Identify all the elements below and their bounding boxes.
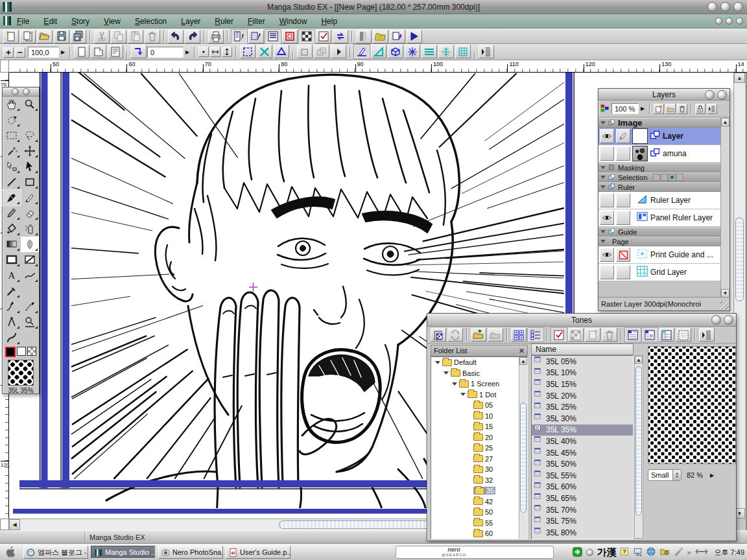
- snap-setsquare-button[interactable]: [371, 45, 386, 58]
- delete-layer-button[interactable]: [677, 104, 687, 114]
- custom-tools-button[interactable]: [390, 30, 405, 43]
- list-scroll-up[interactable]: ▲: [635, 356, 643, 364]
- paste-button[interactable]: [128, 30, 143, 43]
- view-mode-2-button[interactable]: [642, 328, 658, 342]
- tone-item-35l-85-[interactable]: 35L 85%: [532, 539, 633, 540]
- help-tray-icon[interactable]: ?: [619, 546, 630, 558]
- snap-symmetry-button[interactable]: [405, 45, 420, 58]
- jump-page-button[interactable]: [131, 45, 147, 58]
- layer-section-masking[interactable]: Masking: [599, 163, 722, 172]
- tree-folder-05[interactable]: 05: [431, 400, 527, 411]
- mdi-close-button[interactable]: [736, 18, 743, 25]
- network-tray-icon[interactable]: [694, 547, 709, 557]
- taskbar-task-1[interactable]: 엠파스 블로그 -...: [23, 546, 88, 559]
- zoom-in-button[interactable]: [3, 47, 14, 58]
- tablet-tray-icon[interactable]: [673, 546, 683, 558]
- tone-item-35l-45-[interactable]: 35L 45%: [532, 447, 633, 459]
- next-page-button[interactable]: [91, 45, 106, 58]
- tone-item-35l-80-[interactable]: 35L 80%: [532, 527, 633, 539]
- zoom-tool[interactable]: [21, 97, 39, 112]
- undo-button[interactable]: [168, 30, 184, 43]
- menu-ruler[interactable]: Ruler: [215, 17, 233, 26]
- tree-scroll-thumb[interactable]: [520, 402, 527, 513]
- join-line-tool[interactable]: [21, 268, 39, 283]
- tree-folder-1-screen[interactable]: 1 Screen: [431, 379, 527, 390]
- layer-row-layer[interactable]: Layer: [599, 128, 722, 145]
- folder-tree-scrollbar[interactable]: ▲: [519, 357, 527, 539]
- tree-scroll-up[interactable]: ▲: [519, 357, 527, 365]
- layers-collapse-button[interactable]: [717, 90, 727, 100]
- sync-panels-button[interactable]: [333, 30, 348, 43]
- group-button[interactable]: [297, 45, 313, 58]
- print-button[interactable]: [208, 30, 224, 43]
- fit-width-button[interactable]: [210, 47, 220, 57]
- gray-conversion-button[interactable]: [356, 30, 372, 43]
- layer-opacity-arrow[interactable]: ▶: [639, 106, 646, 111]
- edit-toggle[interactable]: [616, 146, 630, 161]
- text-tool[interactable]: A: [3, 268, 21, 283]
- folder-up-button[interactable]: [471, 328, 486, 342]
- maximize-button[interactable]: [720, 2, 730, 12]
- visibility-toggle[interactable]: [600, 265, 614, 279]
- toggle-toolbox-button[interactable]: [231, 30, 247, 43]
- tone-item-35l-70-[interactable]: 35L 70%: [532, 504, 633, 516]
- black-color-swatch[interactable]: [5, 347, 16, 357]
- lock-layer-button[interactable]: [695, 104, 706, 114]
- title-bar[interactable]: Manga Studio EX - [[New Page] (182,00 * …: [0, 0, 747, 14]
- tree-folder-15[interactable]: 15: [431, 421, 527, 432]
- toggle-options-button[interactable]: [316, 30, 331, 43]
- tone-item-35l-25-[interactable]: 35L 25%: [532, 401, 633, 413]
- edit-toggle[interactable]: [616, 129, 630, 143]
- white-color-swatch[interactable]: [17, 347, 26, 356]
- eraser-tool[interactable]: [21, 205, 39, 221]
- layers-resize-grip[interactable]: [720, 301, 729, 310]
- pattern-brush-tool[interactable]: [21, 237, 39, 252]
- fit-height-button[interactable]: [222, 47, 232, 57]
- save-button[interactable]: [54, 30, 69, 43]
- lasso-tool[interactable]: [21, 128, 39, 143]
- tone-item-35l-35-[interactable]: 35L 35%: [532, 425, 633, 436]
- dot-pen-tool[interactable]: [21, 299, 39, 314]
- new-story-button[interactable]: [20, 30, 36, 43]
- apply-tone-button[interactable]: [568, 328, 584, 342]
- page-number-field[interactable]: 0: [147, 47, 184, 58]
- new-page-button[interactable]: [3, 30, 19, 43]
- preview-size-select[interactable]: Small ▲▼: [648, 469, 682, 481]
- object-selector-tool[interactable]: [3, 159, 21, 174]
- paste-tone-button[interactable]: [431, 328, 446, 342]
- tray-expand-button[interactable]: [586, 549, 593, 556]
- curve-ruler-tool[interactable]: [3, 330, 21, 345]
- page-presets-arrow[interactable]: ▶: [184, 49, 191, 55]
- replace-tone-button[interactable]: [447, 328, 463, 342]
- preview-size-stepper[interactable]: ▲▼: [672, 470, 681, 480]
- more-arrow-button[interactable]: [331, 45, 346, 58]
- select-arrow-tool[interactable]: [21, 159, 39, 174]
- preview-zoom-arrow[interactable]: ▶: [708, 472, 716, 478]
- tree-folder-65[interactable]: 65: [431, 539, 527, 540]
- taskbar-task-3[interactable]: Nero PhotoSna...: [158, 546, 223, 559]
- tones-close-button[interactable]: [711, 315, 721, 325]
- mdi-minimize-button[interactable]: [715, 18, 722, 25]
- transparent-color-swatch[interactable]: [27, 347, 36, 356]
- zoom-out-button[interactable]: [15, 47, 25, 58]
- actual-size-button[interactable]: [198, 47, 209, 57]
- tones-title-bar[interactable]: Tones: [427, 314, 736, 327]
- tree-folder-20[interactable]: 20: [431, 432, 527, 443]
- magic-wand-tool[interactable]: [3, 143, 21, 159]
- tone-item-35l-05-[interactable]: 35L 05%: [532, 356, 633, 368]
- tree-folder-32[interactable]: 32: [431, 475, 527, 486]
- layer-section-image[interactable]: Image: [599, 118, 722, 128]
- marker-tool[interactable]: [3, 205, 21, 221]
- snap-frame-button[interactable]: [240, 45, 255, 58]
- edit-toggle[interactable]: [616, 193, 630, 207]
- toggle-navigator-button[interactable]: [282, 30, 298, 43]
- close-button[interactable]: [733, 2, 743, 12]
- eyedropper-tool[interactable]: [3, 283, 21, 299]
- layers-scroll-up[interactable]: ▲: [721, 118, 729, 126]
- tree-folder-42[interactable]: 42: [431, 496, 527, 508]
- menu-edit[interactable]: Edit: [43, 17, 57, 26]
- gradient-tool[interactable]: [3, 237, 21, 252]
- tone-list-scrollbar[interactable]: ▲: [634, 355, 643, 539]
- tone-item-35l-30-[interactable]: 35L 30%: [532, 413, 633, 425]
- copy-button[interactable]: [111, 30, 126, 43]
